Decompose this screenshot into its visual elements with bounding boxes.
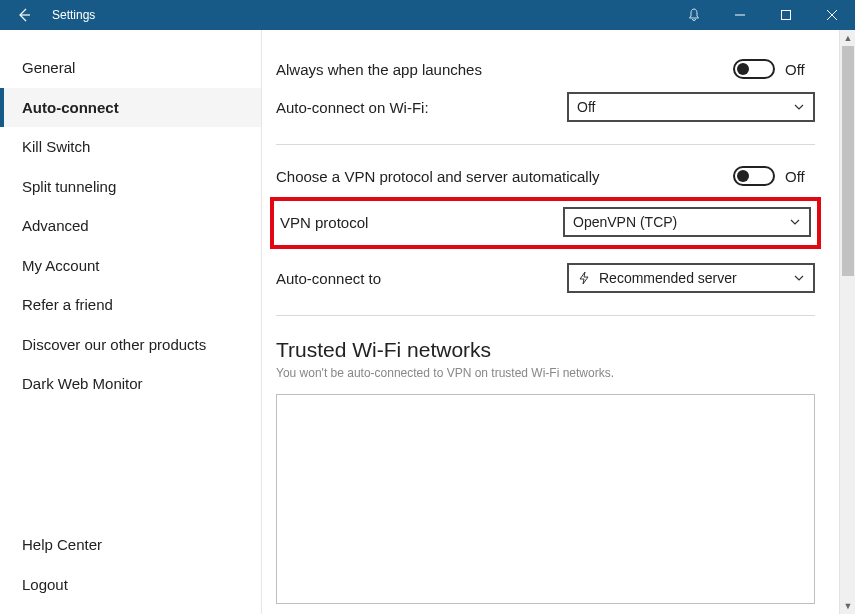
row-wifi: Auto-connect on Wi-Fi: Off — [276, 86, 815, 128]
wifi-label: Auto-connect on Wi-Fi: — [276, 99, 567, 116]
separator — [276, 315, 815, 316]
chevron-down-icon — [793, 101, 805, 113]
sidebar-item-dark-web[interactable]: Dark Web Monitor — [0, 364, 261, 404]
auto-connect-to-value: Recommended server — [599, 270, 793, 286]
auto-protocol-toggle[interactable] — [733, 166, 775, 186]
row-vpn-protocol: VPN protocol OpenVPN (TCP) — [280, 205, 811, 239]
auto-protocol-label: Choose a VPN protocol and server automat… — [276, 168, 733, 185]
wifi-dropdown[interactable]: Off — [567, 92, 815, 122]
sidebar-item-my-account[interactable]: My Account — [0, 246, 261, 286]
sidebar-item-advanced[interactable]: Advanced — [0, 206, 261, 246]
content-pane: Always when the app launches Off Auto-co… — [262, 30, 855, 614]
trusted-wifi-list — [276, 394, 815, 604]
launch-toggle[interactable] — [733, 59, 775, 79]
window-title: Settings — [48, 8, 95, 22]
vpn-protocol-label: VPN protocol — [280, 214, 563, 231]
auto-connect-to-label: Auto-connect to — [276, 270, 567, 287]
sidebar-item-general[interactable]: General — [0, 48, 261, 88]
svg-rect-1 — [782, 11, 791, 20]
scroll-down-icon[interactable]: ▼ — [840, 598, 855, 614]
row-auto-connect-to: Auto-connect to Recommended server — [276, 257, 815, 299]
back-arrow-icon — [16, 7, 32, 23]
sidebar-item-auto-connect[interactable]: Auto-connect — [0, 88, 261, 128]
vpn-protocol-value: OpenVPN (TCP) — [573, 214, 789, 230]
sidebar: General Auto-connect Kill Switch Split t… — [0, 30, 262, 614]
minimize-icon — [734, 9, 746, 21]
maximize-button[interactable] — [763, 0, 809, 30]
maximize-icon — [780, 9, 792, 21]
chevron-down-icon — [793, 272, 805, 284]
notification-button[interactable] — [671, 0, 717, 30]
trusted-subtitle: You won't be auto-connected to VPN on tr… — [276, 366, 815, 380]
row-launch: Always when the app launches Off — [276, 52, 815, 86]
bell-icon — [687, 8, 701, 22]
launch-state: Off — [785, 61, 815, 78]
scroll-thumb[interactable] — [842, 46, 854, 276]
chevron-down-icon — [789, 216, 801, 228]
scroll-up-icon[interactable]: ▲ — [840, 30, 855, 46]
vpn-protocol-highlight: VPN protocol OpenVPN (TCP) — [270, 197, 821, 249]
sidebar-item-refer[interactable]: Refer a friend — [0, 285, 261, 325]
scrollbar[interactable]: ▲ ▼ — [839, 30, 855, 614]
wifi-value: Off — [577, 99, 793, 115]
launch-label: Always when the app launches — [276, 61, 733, 78]
minimize-button[interactable] — [717, 0, 763, 30]
sidebar-item-help[interactable]: Help Center — [0, 525, 261, 565]
sidebar-item-kill-switch[interactable]: Kill Switch — [0, 127, 261, 167]
trusted-title: Trusted Wi-Fi networks — [276, 338, 815, 362]
auto-connect-to-dropdown[interactable]: Recommended server — [567, 263, 815, 293]
vpn-protocol-dropdown[interactable]: OpenVPN (TCP) — [563, 207, 811, 237]
close-icon — [826, 9, 838, 21]
lightning-icon — [577, 271, 591, 285]
separator — [276, 144, 815, 145]
titlebar: Settings — [0, 0, 855, 30]
close-button[interactable] — [809, 0, 855, 30]
auto-protocol-state: Off — [785, 168, 815, 185]
sidebar-item-discover[interactable]: Discover our other products — [0, 325, 261, 365]
back-button[interactable] — [0, 0, 48, 30]
sidebar-item-logout[interactable]: Logout — [0, 565, 261, 605]
sidebar-item-split-tunneling[interactable]: Split tunneling — [0, 167, 261, 207]
row-auto-protocol: Choose a VPN protocol and server automat… — [276, 159, 815, 193]
